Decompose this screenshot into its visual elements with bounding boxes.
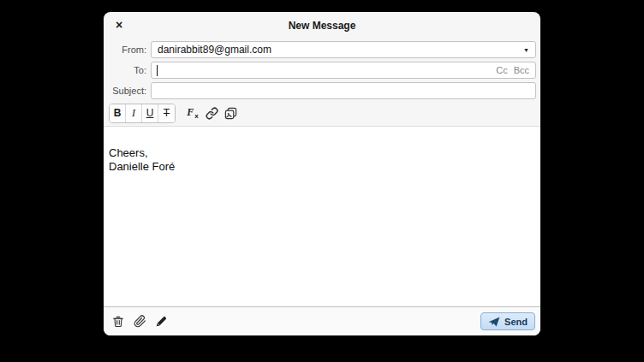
to-input[interactable]: Cc Bcc <box>151 62 536 79</box>
cc-bcc-links: Cc Bcc <box>496 62 529 78</box>
from-account-value: danirabbit89@gmail.com <box>158 44 271 56</box>
text-caret <box>157 65 158 76</box>
window-title: New Message <box>104 12 540 39</box>
attach-file-button[interactable] <box>130 312 149 331</box>
close-icon: × <box>116 19 122 31</box>
compose-header-form: From: danirabbit89@gmail.com ▼ To: Cc Bc… <box>109 41 536 123</box>
titlebar[interactable]: × New Message <box>104 12 540 39</box>
underline-button[interactable]: U <box>142 104 158 122</box>
formatting-toolbar: B I U T Fx <box>109 103 536 123</box>
bcc-button[interactable]: Bcc <box>514 65 529 75</box>
body-line: Cheers, <box>109 146 535 160</box>
insert-image-button[interactable] <box>221 104 240 122</box>
close-button[interactable]: × <box>111 17 127 33</box>
from-label: From: <box>109 45 146 55</box>
send-button-label: Send <box>504 317 528 327</box>
paper-plane-icon <box>488 317 500 327</box>
insert-link-button[interactable] <box>202 104 221 122</box>
new-message-window: × New Message From: danirabbit89@gmail.c… <box>104 12 540 335</box>
trash-icon <box>112 315 124 328</box>
desktop-background: { "window": { "title": "New Message", "c… <box>0 0 644 362</box>
message-body-editor[interactable]: Cheers, Danielle Foré <box>104 126 540 306</box>
from-row: From: danirabbit89@gmail.com ▼ <box>109 41 536 58</box>
remove-formatting-button[interactable]: Fx <box>183 104 202 122</box>
edit-signature-button[interactable] <box>152 312 170 331</box>
subject-label: Subject: <box>109 86 146 96</box>
text-style-button-group: B I U T <box>109 104 176 123</box>
to-label: To: <box>109 65 146 75</box>
action-bar: Send <box>104 306 540 335</box>
send-button[interactable]: Send <box>480 312 535 330</box>
message-body-text: Cheers, Danielle Foré <box>109 146 535 174</box>
cc-button[interactable]: Cc <box>496 65 507 75</box>
italic-button[interactable]: I <box>126 104 142 122</box>
bold-button[interactable]: B <box>110 104 126 122</box>
attach-file-icon <box>134 315 146 328</box>
insert-image-icon <box>224 107 237 120</box>
body-line: Danielle Foré <box>109 160 535 174</box>
remove-formatting-icon: Fx <box>187 106 198 120</box>
subject-input[interactable] <box>151 82 536 99</box>
strikethrough-button[interactable]: T <box>158 104 175 122</box>
subject-row: Subject: <box>109 82 536 99</box>
from-account-dropdown[interactable]: danirabbit89@gmail.com ▼ <box>151 41 536 58</box>
to-row: To: Cc Bcc <box>109 62 536 79</box>
insert-link-icon <box>206 107 218 120</box>
discard-draft-button[interactable] <box>109 312 128 331</box>
chevron-down-icon: ▼ <box>523 47 529 53</box>
edit-signature-icon <box>155 316 167 328</box>
